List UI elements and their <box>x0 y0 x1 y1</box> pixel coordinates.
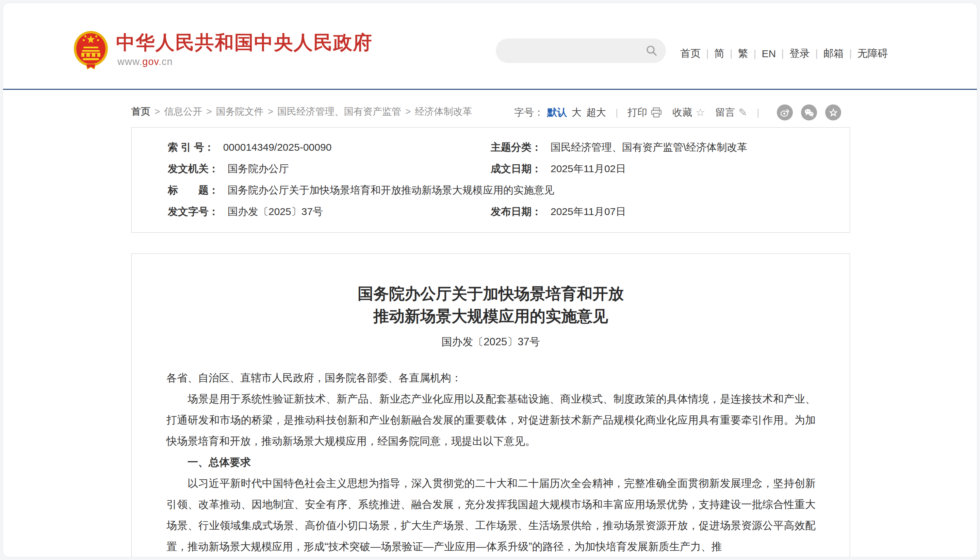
search-icon <box>645 45 658 57</box>
page-card: 中华人民共和国中央人民政府 www.gov.cn 首页 简 繁 EN 登录 邮箱… <box>3 3 977 557</box>
site-logo[interactable]: 中华人民共和国中央人民政府 www.gov.cn <box>73 31 373 71</box>
meta-title-label: 标 题： <box>168 179 219 201</box>
breadcrumb-home[interactable]: 首页 <box>132 105 150 118</box>
document-body: 各省、自治区、直辖市人民政府，国务院各部委、各直属机构： 场景是用于系统性验证新… <box>167 367 816 557</box>
nav-login[interactable]: 登录 <box>776 47 810 60</box>
share-buttons <box>769 105 841 120</box>
meta-row: 发文字号： 国办发〔2025〕37号 发布日期： 2025年11月07日 <box>132 201 850 222</box>
page-toolbar: 字号： 默认 大 超大 | 打印 收藏 ☆ 留言 ✎ | <box>514 105 841 120</box>
document-content-box: 国务院办公厅关于加快场景培育和开放 推动新场景大规模应用的实施意见 国办发〔20… <box>132 253 850 557</box>
meta-issuer-label: 发文机关： <box>168 158 219 179</box>
breadcrumb-economy-category[interactable]: 国民经济管理、国有资产监管 <box>264 105 401 118</box>
meta-category-value: 国民经济管理、国有资产监管\经济体制改革 <box>550 137 747 158</box>
printer-icon <box>651 107 662 118</box>
meta-publish-date-label: 发布日期： <box>491 201 542 222</box>
star-share-icon[interactable] <box>825 105 841 120</box>
pencil-icon: ✎ <box>738 107 747 118</box>
meta-row: 标 题： 国务院办公厅关于加快场景培育和开放推动新场景大规模应用的实施意见 <box>132 179 850 201</box>
breadcrumb-current: 经济体制改革 <box>401 105 472 118</box>
meta-signed-date-label: 成文日期： <box>491 158 542 179</box>
meta-doc-number-value: 国办发〔2025〕37号 <box>228 201 323 222</box>
meta-index-label: 索 引 号： <box>168 137 214 158</box>
meta-row: 发文机关： 国务院办公厅 成文日期： 2025年11月02日 <box>132 158 850 179</box>
favorite-button[interactable]: 收藏 ☆ <box>672 106 705 119</box>
nav-mailbox[interactable]: 邮箱 <box>810 47 844 60</box>
font-size-label: 字号： <box>514 106 544 119</box>
header-divider <box>3 89 977 90</box>
toolbar-separator: | <box>757 107 759 118</box>
meta-signed-date-value: 2025年11月02日 <box>550 158 626 179</box>
font-size-default-button[interactable]: 默认 <box>547 106 567 119</box>
search-box <box>496 38 666 63</box>
meta-publish-date-value: 2025年11月07日 <box>550 201 626 222</box>
search-button[interactable] <box>645 38 666 63</box>
nav-home[interactable]: 首页 <box>680 47 701 60</box>
nav-english[interactable]: EN <box>748 48 776 60</box>
print-button[interactable]: 打印 <box>627 106 662 119</box>
meta-doc-number-label: 发文字号： <box>168 201 219 222</box>
breadcrumb-info-disclosure[interactable]: 信息公开 <box>150 105 202 118</box>
document-metadata-box: 索 引 号： 000014349/2025-00090 主题分类： 国民经济管理… <box>132 127 850 233</box>
site-url: www.gov.cn <box>117 56 373 67</box>
china-national-emblem-icon <box>73 31 108 71</box>
document-title: 国务院办公厅关于加快场景培育和开放 推动新场景大规模应用的实施意见 <box>132 282 850 327</box>
document-title-line1: 国务院办公厅关于加快场景培育和开放 <box>132 282 850 305</box>
section-paragraph: 以习近平新时代中国特色社会主义思想为指导，深入贯彻党的二十大和二十届历次全会精神… <box>167 473 816 557</box>
meta-row: 索 引 号： 000014349/2025-00090 主题分类： 国民经济管理… <box>132 137 850 158</box>
search-input[interactable] <box>496 38 645 63</box>
meta-category-label: 主题分类： <box>491 137 542 158</box>
wechat-share-icon[interactable] <box>801 105 817 120</box>
document-title-line2: 推动新场景大规模应用的实施意见 <box>132 305 850 327</box>
intro-paragraph: 场景是用于系统性验证新技术、新产品、新业态产业化应用以及配套基础设施、商业模式、… <box>167 388 816 452</box>
meta-issuer-value: 国务院办公厅 <box>228 158 289 179</box>
breadcrumb-state-council-docs[interactable]: 国务院文件 <box>202 105 263 118</box>
section-heading: 一、总体要求 <box>167 452 816 473</box>
document-number: 国办发〔2025〕37号 <box>132 335 850 349</box>
nav-accessibility[interactable]: 无障碍 <box>844 47 888 60</box>
breadcrumb: 首页 信息公开 国务院文件 国民经济管理、国有资产监管 经济体制改革 <box>132 105 472 118</box>
top-nav: 首页 简 繁 EN 登录 邮箱 无障碍 <box>680 47 888 60</box>
meta-title-value: 国务院办公厅关于加快场景培育和开放推动新场景大规模应用的实施意见 <box>228 179 554 201</box>
meta-index-value: 000014349/2025-00090 <box>223 137 332 158</box>
font-size-large-button[interactable]: 大 <box>572 106 582 119</box>
site-title: 中华人民共和国中央人民政府 <box>116 32 373 53</box>
nav-simplified[interactable]: 简 <box>701 47 725 60</box>
toolbar-separator: | <box>615 107 618 118</box>
weibo-share-icon[interactable] <box>777 105 793 120</box>
salutation-paragraph: 各省、自治区、直辖市人民政府，国务院各部委、各直属机构： <box>167 367 816 388</box>
font-size-xlarge-button[interactable]: 超大 <box>586 106 606 119</box>
nav-traditional[interactable]: 繁 <box>725 47 748 60</box>
page: { "colors": { "brand_red": "#c5322b", "n… <box>0 0 980 560</box>
star-outline-icon: ☆ <box>695 107 705 118</box>
comment-button[interactable]: 留言 ✎ <box>715 106 747 119</box>
